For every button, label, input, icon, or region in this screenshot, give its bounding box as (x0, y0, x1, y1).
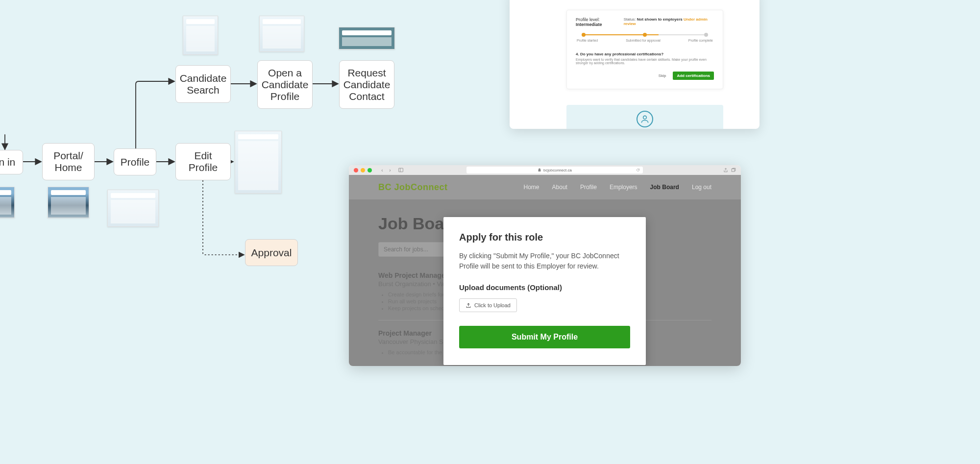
profile-card: Profile level: Intermediate Status: Not … (566, 10, 723, 89)
pl2: Profile complete (688, 39, 713, 42)
flow-node-approval: Approval (245, 239, 298, 266)
tabs-icon[interactable] (730, 167, 737, 173)
forward-icon[interactable]: › (387, 167, 393, 173)
thumbnail-signin (0, 187, 15, 218)
thumbnail-edit-profile (235, 131, 282, 194)
close-icon[interactable] (354, 168, 358, 172)
label: Edit Profile (189, 150, 218, 173)
helper-text: Employers want to verify that candidates… (576, 58, 714, 65)
nav-about[interactable]: About (552, 184, 567, 191)
thumbnail-portal (48, 187, 89, 218)
modal-title: Apply for this role (459, 232, 630, 243)
add-certifications-button[interactable]: Add certifications (673, 72, 714, 80)
nav-profile[interactable]: Profile (580, 184, 597, 191)
thumbnail-candidate-search (183, 16, 218, 55)
nav-home[interactable]: Home (524, 184, 539, 191)
browser-chrome: ‹ › bcjobconnect.ca (349, 165, 741, 175)
url-bar[interactable]: bcjobconnect.ca (466, 167, 643, 173)
sidebar-icon[interactable] (397, 167, 404, 173)
flow-node-profile: Profile (114, 148, 156, 175)
label: gn in (0, 156, 15, 168)
share-icon[interactable] (722, 167, 729, 173)
label: Profile (121, 156, 150, 168)
minimize-icon[interactable] (361, 168, 365, 172)
url-text: bcjobconnect.ca (543, 168, 572, 172)
nav-links: Home About Profile Employers Job Board L… (524, 184, 711, 191)
chrome-right (722, 167, 737, 173)
flow-node-signin: gn in (0, 150, 23, 174)
upload-icon (466, 302, 471, 308)
flow-node-edit-profile: Edit Profile (175, 143, 231, 180)
avatar-card: Susan Ferrera (566, 105, 723, 129)
label: Candidate Search (180, 73, 227, 96)
label: Portal/ Home (53, 150, 83, 173)
maximize-icon[interactable] (368, 168, 372, 172)
pl1: Submitted for approval (626, 39, 660, 42)
lock-icon (538, 168, 541, 172)
label: Open a Candidate Profile (262, 67, 309, 102)
upload-button[interactable]: Click to Upload (459, 298, 517, 312)
question: 4. Do you have any professional certific… (576, 52, 714, 56)
level-label: Profile level: (576, 17, 600, 22)
upload-heading: Upload documents (Optional) (459, 283, 630, 292)
card-header: Profile level: Intermediate Status: Not … (576, 17, 714, 27)
svg-rect-1 (399, 168, 403, 172)
flow-node-candidate-search: Candidate Search (175, 65, 231, 103)
nav-logout[interactable]: Log out (692, 184, 711, 191)
nav-buttons: ‹ › (379, 167, 404, 173)
submit-profile-button[interactable]: Submit My Profile (459, 326, 630, 348)
upload-label: Click to Upload (474, 302, 511, 308)
flow-node-open-candidate: Open a Candidate Profile (257, 60, 313, 109)
pl0: Profile started (577, 39, 598, 42)
site-nav: BC JobConnect Home About Profile Employe… (349, 175, 741, 199)
progress-bar (576, 33, 714, 37)
site-logo[interactable]: BC JobConnect (378, 182, 448, 193)
svg-point-0 (643, 116, 647, 119)
actions: Skip Add certifications (576, 72, 714, 80)
search-input[interactable] (378, 242, 447, 257)
label: Request Candidate Contact (343, 67, 391, 102)
page-body: BC JobConnect Home About Profile Employe… (349, 175, 741, 366)
nav-jobboard[interactable]: Job Board (650, 184, 679, 191)
flow-node-portal: Portal/ Home (42, 143, 95, 180)
thumbnail-candidate-profile (259, 16, 304, 52)
nav-employers[interactable]: Employers (610, 184, 637, 191)
status-label: Status: (624, 17, 636, 22)
progress-labels: Profile started Submitted for approval P… (576, 39, 714, 42)
modal-body: By clicking "Submit My Profile," your BC… (459, 251, 630, 271)
traffic-lights (354, 168, 372, 172)
back-icon[interactable]: ‹ (379, 167, 386, 173)
browser-window: ‹ › bcjobconnect.ca BC JobConnect Home A (349, 165, 741, 366)
level-value: Intermediate (576, 22, 602, 27)
status-v1: Not shown to employers (637, 17, 683, 22)
skip-button[interactable]: Skip (655, 72, 670, 80)
thumbnail-contact (339, 27, 395, 49)
reload-icon (636, 168, 640, 172)
label: Approval (251, 247, 292, 259)
svg-rect-3 (732, 169, 735, 172)
thumbnail-profile (107, 190, 159, 227)
avatar-icon (637, 111, 653, 127)
apply-modal: Apply for this role By clicking "Submit … (443, 217, 646, 365)
status: Status: Not shown to employers Under adm… (624, 17, 714, 27)
profile-mockup: Profile level: Intermediate Status: Not … (510, 0, 760, 129)
flow-node-request-contact: Request Candidate Contact (339, 60, 394, 109)
